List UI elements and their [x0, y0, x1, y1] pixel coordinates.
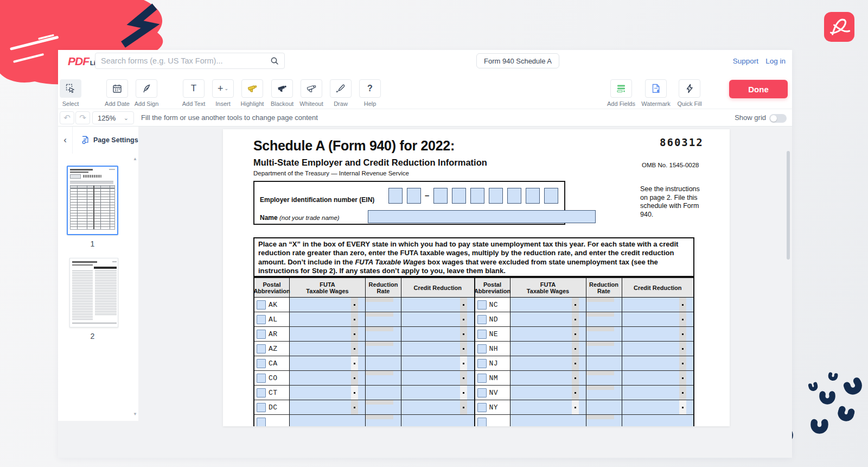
- collapse-sidebar-button[interactable]: ‹: [58, 127, 72, 154]
- state-checkbox[interactable]: [477, 330, 487, 339]
- ein-digit-field[interactable]: [452, 188, 466, 204]
- reduction-rate-field[interactable]: [586, 356, 622, 370]
- support-link[interactable]: Support: [733, 57, 758, 65]
- ein-digit-field[interactable]: [489, 188, 503, 204]
- credit-reduction-field[interactable]: [401, 312, 474, 326]
- tool-add-sign[interactable]: Add Sign: [127, 79, 165, 107]
- credit-reduction-field[interactable]: [622, 400, 694, 414]
- credit-reduction-field[interactable]: [401, 386, 474, 400]
- reduction-rate-field[interactable]: [366, 312, 401, 326]
- futa-wages-field[interactable]: [510, 342, 586, 356]
- futa-wages-field[interactable]: [510, 356, 586, 370]
- futa-wages-field[interactable]: [510, 298, 586, 312]
- ein-digit-field[interactable]: [407, 188, 421, 204]
- login-link[interactable]: Log in: [765, 57, 786, 65]
- viewer-scrollbar[interactable]: [787, 151, 790, 260]
- name-input-field[interactable]: [368, 210, 596, 223]
- reduction-rate-field[interactable]: [366, 327, 401, 341]
- reduction-rate-field[interactable]: [586, 415, 622, 426]
- page-settings-button[interactable]: Page Settings: [72, 127, 138, 154]
- reduction-rate-field[interactable]: [586, 342, 622, 356]
- thumbnails-scroll-down-icon[interactable]: ▼: [133, 412, 137, 416]
- credit-reduction-field[interactable]: [622, 415, 694, 426]
- reduction-rate-field[interactable]: [366, 356, 401, 370]
- ein-digit-field[interactable]: [544, 188, 558, 204]
- ein-digit-field[interactable]: [433, 188, 448, 204]
- futa-wages-field[interactable]: [290, 327, 366, 341]
- credit-reduction-field[interactable]: [401, 400, 474, 414]
- futa-wages-field[interactable]: [290, 371, 366, 385]
- futa-wages-field[interactable]: [290, 356, 366, 370]
- reduction-rate-field[interactable]: [366, 342, 401, 356]
- tool-help[interactable]: ? Help: [351, 79, 389, 107]
- ein-digit-field[interactable]: [388, 188, 403, 204]
- tool-select[interactable]: Select: [52, 79, 90, 107]
- undo-button[interactable]: ↶: [60, 111, 74, 124]
- credit-reduction-field[interactable]: [622, 386, 694, 400]
- reduction-rate-field[interactable]: [366, 371, 401, 385]
- state-checkbox[interactable]: [257, 403, 266, 412]
- futa-wages-field[interactable]: [510, 386, 586, 400]
- state-checkbox[interactable]: [257, 315, 266, 324]
- credit-reduction-field[interactable]: [401, 327, 474, 341]
- ein-digit-field[interactable]: [470, 188, 484, 204]
- futa-wages-field[interactable]: [290, 400, 366, 414]
- document-title-chip[interactable]: Form 940 Schedule A: [476, 53, 559, 68]
- futa-wages-field[interactable]: [290, 342, 366, 356]
- credit-reduction-field[interactable]: [622, 298, 694, 312]
- credit-reduction-field[interactable]: [622, 371, 694, 385]
- page-thumbnail-2[interactable]: [69, 258, 118, 327]
- tool-watermark[interactable]: Watermark: [637, 79, 675, 107]
- futa-wages-field[interactable]: [510, 371, 586, 385]
- page-thumbnail-1[interactable]: [67, 166, 118, 235]
- credit-reduction-field[interactable]: [622, 356, 694, 370]
- reduction-rate-field[interactable]: [586, 386, 622, 400]
- credit-reduction-field[interactable]: [401, 371, 474, 385]
- tool-add-fields[interactable]: Add Fields: [602, 79, 640, 107]
- ein-digit-field[interactable]: [526, 188, 540, 204]
- state-checkbox[interactable]: [477, 300, 487, 310]
- show-grid-toggle[interactable]: [769, 114, 787, 123]
- reduction-rate-field[interactable]: [586, 400, 622, 414]
- zoom-level-dropdown[interactable]: 125% ⌄: [92, 111, 134, 124]
- state-checkbox[interactable]: [257, 359, 266, 368]
- state-checkbox[interactable]: [257, 330, 266, 339]
- state-checkbox[interactable]: [257, 374, 266, 383]
- search-icon[interactable]: [270, 56, 279, 65]
- reduction-rate-field[interactable]: [586, 312, 622, 326]
- state-checkbox[interactable]: [257, 418, 266, 426]
- reduction-rate-field[interactable]: [366, 400, 401, 414]
- credit-reduction-field[interactable]: [401, 298, 474, 312]
- reduction-rate-field[interactable]: [366, 415, 401, 426]
- futa-wages-field[interactable]: [290, 312, 366, 326]
- done-button[interactable]: Done: [729, 80, 788, 98]
- state-checkbox[interactable]: [477, 418, 487, 426]
- state-checkbox[interactable]: [257, 388, 266, 397]
- futa-wages-field[interactable]: [290, 298, 366, 312]
- state-checkbox[interactable]: [477, 403, 487, 412]
- reduction-rate-field[interactable]: [366, 386, 401, 400]
- credit-reduction-field[interactable]: [401, 415, 474, 426]
- tool-quick-fill[interactable]: Quick Fill: [671, 79, 709, 107]
- reduction-rate-field[interactable]: [586, 327, 622, 341]
- futa-wages-field[interactable]: [510, 312, 586, 326]
- futa-wages-field[interactable]: [510, 400, 586, 414]
- futa-wages-field[interactable]: [510, 327, 586, 341]
- credit-reduction-field[interactable]: [622, 327, 694, 341]
- ein-digit-field[interactable]: [507, 188, 521, 204]
- credit-reduction-field[interactable]: [622, 342, 694, 356]
- state-checkbox[interactable]: [257, 344, 266, 354]
- state-checkbox[interactable]: [477, 374, 487, 383]
- redo-button[interactable]: ↷: [75, 111, 90, 124]
- futa-wages-field[interactable]: [510, 415, 586, 426]
- state-checkbox[interactable]: [477, 388, 487, 397]
- state-checkbox[interactable]: [477, 359, 487, 368]
- reduction-rate-field[interactable]: [366, 298, 401, 312]
- reduction-rate-field[interactable]: [586, 298, 622, 312]
- futa-wages-field[interactable]: [290, 386, 366, 400]
- futa-wages-field[interactable]: [290, 415, 366, 426]
- thumbnails-scroll-up-icon[interactable]: ▲: [133, 156, 137, 161]
- credit-reduction-field[interactable]: [622, 312, 694, 326]
- state-checkbox[interactable]: [257, 300, 266, 310]
- state-checkbox[interactable]: [477, 344, 487, 354]
